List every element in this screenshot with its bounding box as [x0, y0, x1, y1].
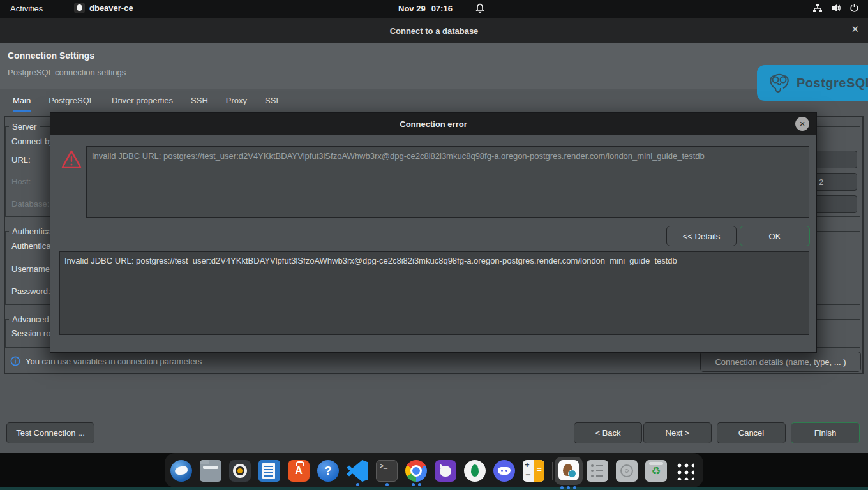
info-icon — [10, 356, 20, 366]
dbeaver-active-slot[interactable] — [555, 457, 583, 485]
postgresql-logo: PostgreSQL — [757, 65, 868, 101]
info-line: You can use variables in connection para… — [10, 356, 202, 366]
dbeaver-running-dot-1 — [560, 486, 564, 489]
dock: A ? >_ + − = ♻ — [165, 453, 703, 487]
next-button[interactable]: Next > — [643, 422, 712, 443]
power-icon — [849, 3, 859, 15]
clock-time: 07:16 — [431, 4, 453, 13]
tab-main[interactable]: Main — [13, 96, 31, 112]
recycle-glyph: ♻ — [651, 464, 661, 478]
error-message-box: Invalid JDBC URL: postgres://test_user:d… — [86, 146, 809, 218]
software-letter: A — [295, 465, 303, 477]
clock-date: Nov 29 — [398, 4, 426, 13]
connection-error-dialog: Connection error ✕ Invalid JDBC URL: pos… — [50, 112, 817, 353]
host-label: Host: — [11, 177, 31, 186]
discord-icon[interactable] — [493, 460, 515, 482]
app-menu[interactable]: dbeaver-ce — [74, 3, 133, 13]
tab-ssh[interactable]: SSH — [191, 96, 208, 112]
page-title: Connection Settings — [8, 50, 94, 61]
error-dialog-titlebar[interactable]: Connection error ✕ — [50, 113, 816, 135]
chrome-running-dot-1 — [412, 483, 415, 486]
activities-button[interactable]: Activities — [10, 4, 43, 13]
url-label: URL: — [11, 155, 31, 165]
terminal-running-dot — [385, 483, 389, 486]
tab-proxy[interactable]: Proxy — [226, 96, 247, 112]
bell-icon — [475, 3, 484, 15]
network-icon — [812, 3, 823, 15]
error-details-text: Invalid JDBC URL: postgres://test_user:d… — [64, 256, 677, 265]
postgresql-logo-text: PostgreSQL — [797, 76, 868, 91]
files-icon[interactable] — [200, 460, 221, 482]
system-tray[interactable] — [812, 3, 859, 15]
calculator-equals-glyph: = — [537, 464, 542, 475]
show-applications-icon[interactable] — [675, 461, 694, 480]
calculator-minus-glyph: − — [525, 470, 530, 480]
error-details-area[interactable]: Invalid JDBC URL: postgres://test_user:d… — [59, 251, 809, 335]
window-titlebar[interactable]: Connect to a database ✕ — [0, 18, 868, 43]
trash-icon[interactable]: ♻ — [645, 460, 667, 482]
mounted-volume-icon[interactable] — [587, 460, 608, 482]
help-icon[interactable]: ? — [317, 460, 339, 482]
wizard-header: Connection Settings PostgreSQL connectio… — [0, 43, 868, 89]
back-button[interactable]: < Back — [574, 422, 642, 443]
window-title: Connect to a database — [390, 26, 479, 36]
connect-by-label: Connect by: — [11, 137, 56, 146]
disc-drive-icon[interactable] — [616, 460, 638, 482]
ok-button[interactable]: OK — [740, 226, 810, 246]
screen: Activities dbeaver-ce Nov 29 07:16 Con — [0, 0, 868, 490]
database-label: Database: — [11, 199, 49, 209]
dbeaver-running-dot-2 — [567, 486, 570, 489]
warning-icon — [61, 149, 82, 170]
test-connection-button[interactable]: Test Connection ... — [6, 422, 94, 443]
calculator-plus-glyph: + — [525, 460, 530, 470]
vscode-icon[interactable] — [347, 460, 368, 482]
info-text: You can use variables in connection para… — [26, 357, 202, 366]
tab-ssl[interactable]: SSL — [265, 96, 281, 112]
app-menu-label: dbeaver-ce — [89, 3, 133, 13]
thunderbird-icon[interactable] — [170, 460, 192, 482]
tab-driver-properties[interactable]: Driver properties — [112, 96, 173, 112]
details-button[interactable]: << Details — [666, 226, 737, 246]
port-value: 2 — [819, 177, 823, 187]
top-bar: Activities dbeaver-ce Nov 29 07:16 — [0, 0, 868, 18]
help-question-glyph: ? — [325, 464, 332, 478]
password-label: Password: — [11, 286, 50, 296]
cancel-button[interactable]: Cancel — [717, 422, 786, 443]
page-subtitle: PostgreSQL connection settings — [8, 68, 126, 77]
dbeaver-icon[interactable] — [558, 460, 579, 480]
chrome-running-dot-2 — [418, 483, 421, 486]
terminal-icon[interactable]: >_ — [376, 460, 398, 482]
error-message-text: Invalid JDBC URL: postgres://test_user:d… — [92, 151, 705, 161]
window-close-icon[interactable]: ✕ — [851, 24, 859, 35]
postgresql-elephant-icon — [767, 71, 791, 95]
error-dialog-title: Connection error — [400, 119, 467, 129]
terminal-prompt-glyph: >_ — [380, 463, 387, 470]
chrome-icon[interactable] — [405, 460, 427, 482]
clock[interactable]: Nov 29 07:16 — [398, 4, 453, 13]
dbeaver-app-icon — [74, 3, 85, 13]
calculator-icon[interactable]: + − = — [523, 460, 544, 482]
server-group-legend: Server — [9, 122, 40, 131]
error-dialog-close-icon[interactable]: ✕ — [795, 117, 809, 131]
tab-postgresql[interactable]: PostgreSQL — [49, 96, 94, 112]
vscode-running-dot — [356, 483, 359, 486]
mongodb-compass-icon[interactable] — [464, 460, 486, 482]
username-label: Username: — [11, 264, 52, 274]
finish-button[interactable]: Finish — [791, 422, 860, 443]
rhythmbox-icon[interactable] — [229, 460, 251, 482]
libreoffice-writer-icon[interactable] — [258, 460, 280, 482]
dock-separator — [552, 462, 553, 480]
settings-tabs: Main PostgreSQL Driver properties SSH Pr… — [13, 96, 281, 112]
dbeaver-running-dot-3 — [573, 486, 576, 489]
github-desktop-icon[interactable] — [435, 460, 456, 482]
volume-icon — [831, 3, 841, 15]
advanced-group-legend: Advanced — [9, 315, 52, 324]
connection-details-button[interactable]: Connection details (name, type, ... ) — [700, 352, 861, 372]
ubuntu-software-icon[interactable]: A — [288, 460, 310, 482]
